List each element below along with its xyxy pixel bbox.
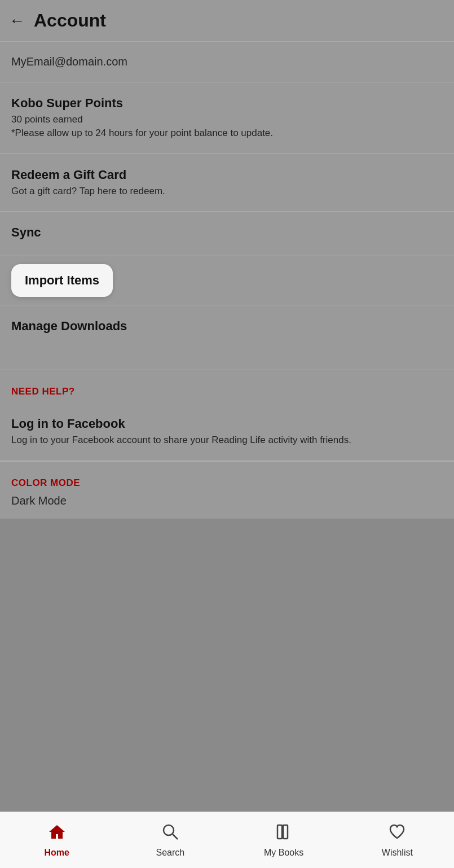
wishlist-icon [388, 823, 406, 845]
color-mode-value: Dark Mode [11, 494, 443, 507]
facebook-login-row[interactable]: Log in to Facebook Log in to your Facebo… [0, 403, 454, 461]
facebook-login-title: Log in to Facebook [11, 417, 443, 431]
nav-my-books[interactable]: My Books [227, 817, 341, 863]
need-help-section: NEED HELP? [0, 370, 454, 403]
home-icon [48, 823, 66, 845]
nav-search[interactable]: Search [113, 817, 227, 863]
back-button[interactable]: ← [9, 13, 25, 29]
need-help-label: NEED HELP? [11, 386, 443, 397]
svg-point-1 [164, 825, 174, 835]
nav-wishlist-label: Wishlist [382, 848, 413, 858]
kobo-points-title: Kobo Super Points [11, 96, 443, 111]
manage-downloads-title: Manage Downloads [11, 319, 443, 334]
sync-row[interactable]: Sync [0, 212, 454, 256]
svg-rect-3 [277, 825, 282, 839]
import-items-wrapper: Import Items [0, 256, 454, 305]
nav-home[interactable]: Home [0, 817, 113, 863]
svg-marker-0 [49, 825, 65, 839]
sync-title: Sync [11, 225, 443, 240]
manage-downloads-row[interactable]: Manage Downloads [0, 305, 454, 370]
kobo-points-row[interactable]: Kobo Super Points 30 points earned*Pleas… [0, 82, 454, 154]
header: ← Account [0, 0, 454, 42]
email-row[interactable]: MyEmail@domain.com [0, 42, 454, 82]
nav-home-label: Home [44, 848, 69, 858]
nav-my-books-label: My Books [264, 848, 303, 858]
kobo-points-subtitle: 30 points earned*Please allow up to 24 h… [11, 113, 443, 140]
color-mode-label: COLOR MODE [11, 477, 443, 489]
redeem-gift-subtitle: Got a gift card? Tap here to redeem. [11, 185, 443, 198]
redeem-gift-row[interactable]: Redeem a Gift Card Got a gift card? Tap … [0, 154, 454, 212]
nav-search-label: Search [156, 848, 185, 858]
email-value: MyEmail@domain.com [11, 55, 127, 68]
search-icon [161, 823, 179, 845]
bottom-nav: Home Search My Books Wishlist [0, 812, 454, 868]
color-mode-section: COLOR MODE Dark Mode [0, 461, 454, 519]
my-books-icon [275, 823, 293, 845]
import-items-button[interactable]: Import Items [11, 264, 113, 297]
page-title: Account [34, 10, 106, 31]
redeem-gift-title: Redeem a Gift Card [11, 168, 443, 182]
svg-line-2 [173, 834, 178, 839]
nav-wishlist[interactable]: Wishlist [341, 817, 454, 863]
facebook-login-subtitle: Log in to your Facebook account to share… [11, 433, 443, 447]
